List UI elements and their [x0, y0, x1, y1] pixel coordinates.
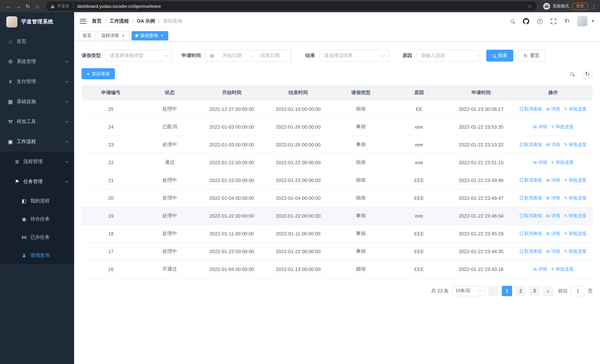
tab-label: 流程详情 — [101, 32, 119, 39]
page-size-select[interactable]: 10条/页 — [452, 286, 485, 296]
cancel-leave-link[interactable]: 取消请假 — [520, 230, 542, 237]
breadcrumb-item[interactable]: 工作流程 — [110, 18, 129, 24]
detail-link[interactable]: 详情 — [546, 141, 560, 148]
approval-progress-link[interactable]: ✎审批进度 — [551, 124, 573, 130]
approval-progress-link[interactable]: ✎审批进度 — [564, 213, 586, 219]
edit-icon: ✎ — [551, 125, 554, 129]
address-bar[interactable]: ! 不安全 dashboard.yudao.iocoder.cn/bpm/oa/… — [46, 1, 537, 11]
edit-icon: ✎ — [564, 107, 567, 111]
cell-apply-time: 2022-01-22 23:53:35 — [449, 118, 514, 136]
pagination: 共 23 条 10条/页 ‹ 123 › 前往 页 — [82, 286, 593, 296]
sidebar-item-done-tasks[interactable]: ⋈已办任务 — [0, 228, 74, 246]
reload-icon[interactable]: ↻ — [23, 1, 33, 11]
back-icon[interactable]: ← — [4, 1, 13, 11]
cancel-leave-link[interactable]: 取消请假 — [520, 177, 542, 183]
approval-progress-link[interactable]: ✎审批进度 — [564, 230, 586, 237]
refresh-table-icon[interactable]: ↻ — [582, 69, 593, 79]
create-leave-button[interactable]: + 发起请假 — [82, 68, 115, 79]
table-row: 18处理中2022-01-11 00:00:002022-01-11 00:00… — [82, 225, 593, 243]
search-icon[interactable] — [508, 18, 516, 25]
approval-progress-link[interactable]: ✎审批进度 — [564, 106, 586, 112]
approval-progress-link[interactable]: ✎审批进度 — [551, 266, 573, 272]
sidebar-item-system-management[interactable]: ⚙系统管理 — [0, 52, 74, 72]
update-button[interactable]: 更新 — [572, 2, 588, 10]
sidebar-item-devtools[interactable]: ⚒研发工具 — [0, 112, 74, 131]
cell-end-time: 2022-01-23 00:00:00 — [264, 171, 332, 189]
approval-progress-link[interactable]: ✎审批进度 — [564, 141, 586, 148]
search-button[interactable]: 搜索 — [486, 50, 513, 62]
cancel-leave-link[interactable]: 取消请假 — [520, 106, 542, 112]
bookmark-star-icon[interactable]: ☆ — [527, 3, 532, 9]
sidebar-item-home[interactable]: ⌂首页 — [0, 31, 74, 52]
prev-page-button[interactable]: ‹ — [488, 286, 498, 296]
tab[interactable]: 请假查询× — [131, 31, 168, 40]
font-size-icon[interactable]: TT — [563, 18, 571, 25]
reason-input[interactable]: 请输入原因 — [417, 50, 479, 62]
detail-link[interactable]: 详情 — [546, 195, 560, 201]
approval-progress-link[interactable]: ✎审批进度 — [564, 177, 586, 183]
sidebar-item-payment-management[interactable]: ¥支付管理 — [0, 72, 74, 92]
breadcrumb-separator: / — [105, 18, 106, 24]
toggle-search-icon[interactable] — [567, 69, 577, 79]
date-range-picker[interactable]: ▦ 开始日期 - 结束日期 — [205, 50, 291, 62]
cell-start-time: 2021-12-27 00:00:00 — [199, 100, 264, 118]
page-button-2[interactable]: 2 — [516, 286, 526, 296]
cell-operations: 取消请假详情✎审批进度 — [514, 243, 593, 260]
sidebar-item-process-management[interactable]: ≣流程管理 — [0, 152, 74, 172]
goto-page-input[interactable] — [570, 286, 585, 296]
sidebar-item-label: 已办任务 — [30, 234, 68, 240]
approval-progress-link[interactable]: ✎审批进度 — [564, 248, 586, 254]
help-icon[interactable]: ? — [536, 18, 543, 25]
sidebar-item-my-process[interactable]: ◧我的流程 — [0, 192, 74, 210]
active-tab-dot — [135, 34, 138, 37]
tab[interactable]: 流程详情× — [97, 31, 129, 40]
result-select[interactable]: 请选择流结果 — [319, 50, 389, 62]
cancel-leave-link[interactable]: 取消请假 — [520, 141, 542, 148]
user-avatar[interactable] — [577, 16, 587, 26]
breadcrumb-item[interactable]: OA 示例 — [137, 18, 155, 24]
page-button-3[interactable]: 3 — [529, 286, 540, 296]
avatar-caret-icon[interactable] — [591, 20, 594, 22]
detail-link[interactable]: 详情 — [546, 248, 560, 254]
table-row: 22通过2022-01-22 00:00:002022-01-22 00:00:… — [82, 153, 593, 171]
collapse-menu-icon[interactable] — [80, 19, 86, 24]
detail-link[interactable]: 详情 — [533, 124, 547, 130]
detail-link[interactable]: 详情 — [533, 266, 547, 272]
approval-progress-link[interactable]: ✎审批进度 — [551, 159, 573, 166]
tab[interactable]: 首页 — [79, 31, 95, 40]
sidebar-item-workflow[interactable]: ▣工作流程 — [0, 131, 74, 152]
detail-link[interactable]: 详情 — [546, 213, 560, 219]
sidebar-item-todo-tasks[interactable]: ◉待办任务 — [0, 210, 74, 228]
reset-button[interactable]: ↻ 重置 — [518, 50, 545, 62]
sidebar-item-infrastructure[interactable]: ▦基础设施 — [0, 92, 74, 112]
tab-close-icon[interactable]: × — [160, 33, 165, 38]
cancel-leave-link[interactable]: 取消请假 — [520, 195, 542, 201]
cell-operations: 取消请假详情✎审批进度 — [514, 171, 593, 189]
page-button-1[interactable]: 1 — [502, 286, 512, 296]
detail-link[interactable]: 详情 — [546, 230, 560, 237]
leave-type-select[interactable]: 请选择请假类型 — [105, 50, 172, 62]
breadcrumb-item[interactable]: 首页 — [92, 18, 102, 24]
next-page-button[interactable]: › — [543, 286, 553, 296]
detail-link[interactable]: 详情 — [546, 106, 560, 112]
cancel-leave-link[interactable]: 取消请假 — [520, 213, 542, 219]
chevron-down-icon — [65, 159, 69, 163]
approval-progress-link[interactable]: ✎审批进度 — [564, 195, 586, 201]
column-header: 操作 — [514, 85, 593, 100]
cancel-leave-link[interactable]: 取消请假 — [520, 248, 542, 254]
sidebar-item-leave-query[interactable]: ♟请假查询 — [0, 246, 74, 264]
cell-status: 处理中 — [140, 136, 199, 153]
reason-label: 原因 — [403, 52, 412, 59]
browser-menu-icon[interactable]: ⋮ — [591, 3, 596, 9]
detail-link[interactable]: 详情 — [546, 177, 560, 183]
fullscreen-icon[interactable] — [550, 18, 557, 25]
browser-home-icon[interactable]: ⌂ — [33, 1, 42, 11]
detail-link[interactable]: 详情 — [533, 159, 547, 166]
github-icon[interactable] — [522, 18, 530, 25]
sidebar-logo[interactable]: 芋道管理系统 — [0, 12, 74, 31]
sidebar-item-task-management[interactable]: ⚑任务管理 — [0, 172, 74, 192]
cell-end-time: 2022-01-19 00:00:00 — [264, 100, 332, 118]
tab-close-icon[interactable]: × — [121, 33, 126, 38]
cell-apply-time: 2022-01-22 23:46:47 — [449, 189, 514, 207]
forward-icon[interactable]: → — [13, 1, 23, 11]
